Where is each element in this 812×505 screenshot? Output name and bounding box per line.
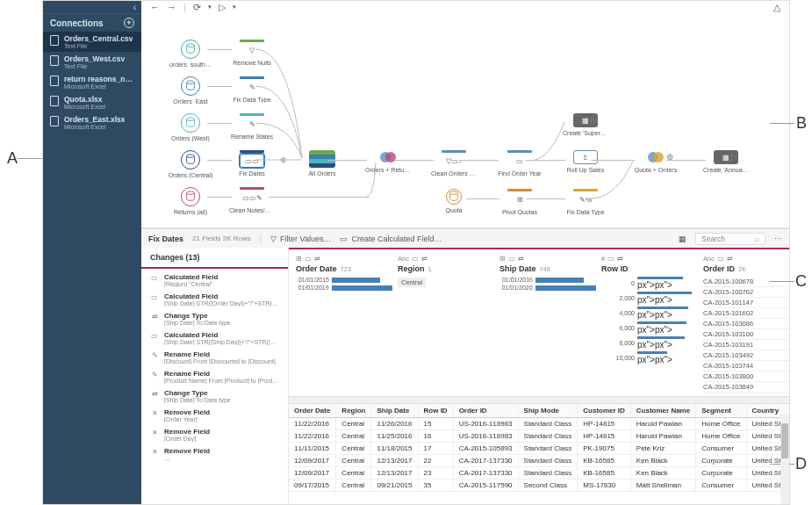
table-row[interactable]: 11/22/2016Central11/26/201615US-2016-118… xyxy=(289,418,789,430)
change-icon: ▭ xyxy=(150,331,159,340)
grid-header[interactable]: Customer ID xyxy=(578,404,631,418)
node-returns-all[interactable]: Returns (all) xyxy=(168,187,213,215)
profile-column[interactable]: Abc▭⇄ Order ID2KCA-2015-100678CA-2015-10… xyxy=(703,255,789,393)
profile-column[interactable]: #▭⇄ Row ID0px">px">2,000px">px">4,000px"… xyxy=(601,255,698,393)
profile-toolbar: Fix Dates 21 Fields 2K Rows | ▽Filter Va… xyxy=(141,228,789,248)
table-row[interactable]: 09/17/2015Central09/21/201535CA-2015-117… xyxy=(289,480,789,492)
change-icon: ✕ xyxy=(150,447,159,456)
svg-point-3 xyxy=(187,155,195,158)
document-icon xyxy=(50,116,59,126)
change-icon: ⇄ xyxy=(150,312,159,321)
nav-forward-button[interactable]: → xyxy=(167,2,176,12)
svg-point-9 xyxy=(653,152,664,162)
node-orders-central[interactable]: Orders (Central) xyxy=(168,150,213,178)
grid-header[interactable]: Ship Date xyxy=(371,404,418,418)
grid-header[interactable]: Segment xyxy=(696,404,746,418)
node-orders-south[interactable]: orders_south… xyxy=(168,40,213,68)
grid-header[interactable]: Ship Mode xyxy=(518,404,578,418)
node-clean-notes[interactable]: ▭▭✎Clean Notes/Ap… xyxy=(229,187,275,213)
grid-header[interactable]: Order Date xyxy=(289,404,336,418)
svg-point-6 xyxy=(385,152,396,162)
annotation-c: C xyxy=(795,272,807,291)
profile-column[interactable]: ⊞▭⇄ Ship Date74801/01/201601/01/2020 xyxy=(499,255,596,393)
change-item[interactable]: ▭ Calculated Field[Ship Date] STR([Ship … xyxy=(141,328,288,348)
sidebar-collapse[interactable]: ‹ xyxy=(43,1,141,13)
change-icon: ▭ xyxy=(150,273,159,282)
svg-point-1 xyxy=(187,81,195,84)
add-connection-button[interactable]: + xyxy=(124,18,134,28)
node-clean-orders[interactable]: ▽▭–Clean Orders + … xyxy=(431,150,477,177)
change-item[interactable]: ✕ Remove Field[Order Year] xyxy=(141,406,288,425)
profile-column[interactable]: Abc▭⇄ Region1Central xyxy=(398,255,494,393)
view-toggle-icon[interactable]: ▦ xyxy=(679,234,686,243)
change-item[interactable]: ✎ Rename Field[Discount] From [Discounts… xyxy=(141,348,288,367)
node-create-superstore[interactable]: ▦▷Create 'Superst… xyxy=(563,113,608,136)
table-row[interactable]: 11/11/2015Central11/18/201517CA-2015-105… xyxy=(289,443,789,455)
document-icon xyxy=(50,96,59,106)
create-calc-field-button[interactable]: ▭Create Calculated Field… xyxy=(340,234,442,243)
profile-column[interactable]: ⊞▭⇄ Order Date72301/01/201501/01/2019 xyxy=(296,255,392,393)
profile-columns: ⊞▭⇄ Order Date72301/01/201501/01/2019Abc… xyxy=(289,248,789,396)
connection-item[interactable]: Quota.xlsxMicrosoft Excel xyxy=(43,92,141,112)
change-item[interactable]: ✕ Remove Field[Order Day] xyxy=(141,425,288,444)
step-summary-label: 21 Fields 2K Rows xyxy=(192,234,251,242)
grid-scrollbar[interactable] xyxy=(780,415,789,504)
change-item[interactable]: ⇄ Change Type[Ship Date] To Date type xyxy=(141,386,288,406)
annotation-d: D xyxy=(795,455,807,473)
nav-back-button[interactable]: ← xyxy=(150,2,160,12)
change-icon: ⇄ xyxy=(150,389,159,398)
data-grid[interactable]: Order DateRegionShip DateRow IDOrder IDS… xyxy=(289,396,789,504)
grid-header[interactable]: Customer Name xyxy=(630,404,695,418)
refresh-button[interactable]: ⟳ xyxy=(193,2,201,13)
table-row[interactable]: 12/09/2017Central12/13/201723CA-2017-137… xyxy=(289,467,789,480)
change-icon: ✕ xyxy=(150,408,159,417)
change-icon: ✎ xyxy=(150,370,159,379)
change-item[interactable]: ⇄ Change Type[Ship Date] To Date type xyxy=(141,309,288,328)
document-icon xyxy=(50,55,59,66)
table-row[interactable]: 12/09/2017Central12/13/201722CA-2017-137… xyxy=(289,455,789,467)
node-pivot-quotas[interactable]: ⊞Pivot Quotas xyxy=(497,189,543,215)
change-item[interactable]: ✕ Remove Field… xyxy=(141,444,288,464)
connection-item[interactable]: Orders_West.csvText File xyxy=(43,52,141,72)
document-icon xyxy=(50,76,59,86)
changes-title: Changes (13) xyxy=(141,248,288,269)
changes-pane: Changes (13) ▭ Calculated Field[Region] … xyxy=(141,248,289,504)
annotation-b: B xyxy=(796,114,807,133)
profile-more-icon[interactable]: ⋯ xyxy=(774,234,782,243)
grid-header[interactable]: Row ID xyxy=(418,404,453,418)
svg-point-2 xyxy=(187,118,195,121)
grid-header[interactable]: Region xyxy=(336,404,371,418)
svg-point-4 xyxy=(187,191,195,195)
connections-title: Connections xyxy=(50,18,104,28)
filter-values-button[interactable]: ▽Filter Values… xyxy=(270,234,331,243)
change-item[interactable]: ✎ Rename Field[Product Name] From [Produ… xyxy=(141,367,288,386)
node-orders-west[interactable]: Orders (West) xyxy=(168,113,213,141)
step-name-label: Fix Dates xyxy=(148,234,183,243)
change-item[interactable]: ▭ Calculated Field[Region] "Central" xyxy=(141,271,288,290)
change-icon: ✎ xyxy=(150,350,159,359)
svg-point-0 xyxy=(187,44,195,47)
svg-point-7 xyxy=(450,191,458,195)
profile-search-input[interactable]: Search⌕ xyxy=(695,233,765,245)
grid-header[interactable]: Order ID xyxy=(453,404,518,418)
top-toolbar: ← → | ⟳ ▾ ▷ ▾ △ xyxy=(141,1,789,13)
notifications-icon[interactable]: △ xyxy=(773,2,780,13)
connection-item[interactable]: Orders_Central.csvText File xyxy=(43,32,141,52)
search-icon: ⌕ xyxy=(755,234,759,243)
annotation-a: A xyxy=(7,149,18,168)
connection-item[interactable]: Orders_East.xlsxMicrosoft Excel xyxy=(43,112,141,133)
node-orders-east[interactable]: Orders_East xyxy=(168,76,213,105)
change-item[interactable]: ▭ Calculated Field[Ship Date] STR([Order… xyxy=(141,290,288,309)
flow-canvas[interactable]: orders_south… Orders_East Orders (West) … xyxy=(141,13,789,228)
node-quota[interactable]: Quota xyxy=(431,189,477,213)
document-icon xyxy=(50,35,59,46)
connections-sidebar: ‹ Connections + Orders_Central.csvText F… xyxy=(43,1,141,504)
node-quota-orders[interactable]: ⊕ Quota + Orders xyxy=(633,150,679,173)
change-icon: ✕ xyxy=(150,428,159,436)
change-icon: ▭ xyxy=(150,292,159,301)
node-create-annual[interactable]: ▦▷Create 'Annual … xyxy=(703,150,749,173)
connection-item[interactable]: return reasons_new…Microsoft Excel xyxy=(43,72,141,92)
table-row[interactable]: 11/22/2016Central11/25/201616US-2016-118… xyxy=(289,430,789,443)
run-flow-button[interactable]: ▷ xyxy=(219,2,226,13)
